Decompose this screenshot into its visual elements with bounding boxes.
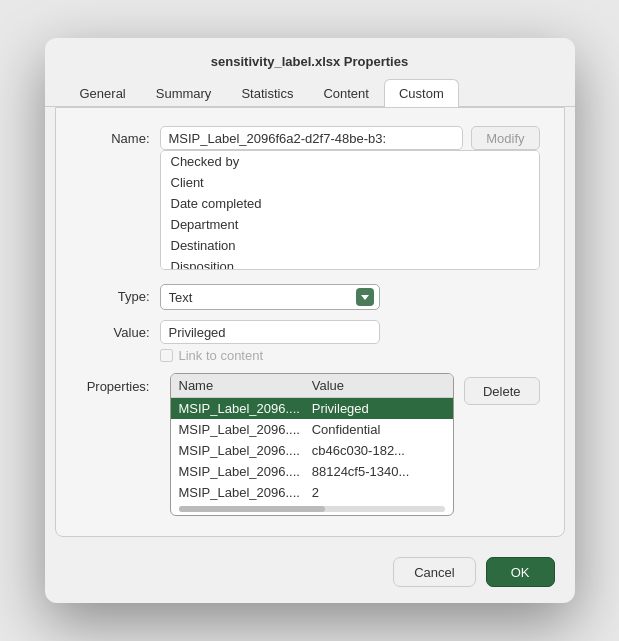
tab-general[interactable]: General: [65, 79, 141, 107]
name-label: Name:: [80, 126, 160, 146]
props-cell-value: 88124cf5-1340...: [312, 464, 445, 479]
value-field-row: Value: Link to content: [80, 320, 540, 363]
name-field-row: Name: Modify Checked by Client Date comp…: [80, 126, 540, 274]
table-row[interactable]: MSIP_Label_2096.... Confidential: [171, 419, 453, 440]
table-row[interactable]: MSIP_Label_2096.... Privileged: [171, 398, 453, 419]
properties-table: Name Value MSIP_Label_2096.... Privilege…: [170, 373, 454, 516]
tab-bar: General Summary Statistics Content Custo…: [45, 79, 575, 107]
tab-custom[interactable]: Custom: [384, 79, 459, 107]
properties-table-header: Name Value: [171, 374, 453, 398]
props-cell-name: MSIP_Label_2096....: [179, 401, 312, 416]
properties-dialog: sensitivity_label.xlsx Properties Genera…: [45, 38, 575, 603]
type-field-control: Text Date Number Yes or No: [160, 284, 540, 310]
props-cell-value: Confidential: [312, 422, 445, 437]
table-row[interactable]: MSIP_Label_2096.... 88124cf5-1340...: [171, 461, 453, 482]
dialog-title: sensitivity_label.xlsx Properties: [45, 38, 575, 79]
value-field-control: Link to content: [160, 320, 540, 363]
delete-button[interactable]: Delete: [464, 377, 540, 405]
horizontal-scrollbar[interactable]: [171, 503, 453, 515]
value-input[interactable]: [160, 320, 380, 344]
props-cell-value: 2: [312, 485, 445, 500]
tab-content-area: Name: Modify Checked by Client Date comp…: [55, 107, 565, 537]
type-field-row: Type: Text Date Number Yes or No: [80, 284, 540, 310]
props-cell-name: MSIP_Label_2096....: [179, 485, 312, 500]
list-item[interactable]: Date completed: [161, 193, 539, 214]
dialog-footer: Cancel OK: [45, 547, 575, 603]
table-row[interactable]: MSIP_Label_2096.... 2: [171, 482, 453, 503]
props-cell-value: cb46c030-182...: [312, 443, 445, 458]
props-cell-name: MSIP_Label_2096....: [179, 422, 312, 437]
props-cell-name: MSIP_Label_2096....: [179, 464, 312, 479]
col-header-name: Name: [179, 378, 312, 393]
name-field-control: Modify Checked by Client Date completed …: [160, 126, 540, 274]
type-select-wrapper: Text Date Number Yes or No: [160, 284, 380, 310]
cancel-button[interactable]: Cancel: [393, 557, 475, 587]
type-select[interactable]: Text Date Number Yes or No: [160, 284, 380, 310]
tab-statistics[interactable]: Statistics: [226, 79, 308, 107]
scroll-track: [179, 506, 445, 512]
properties-row: Properties: Name Value MSIP_Label_2096..…: [80, 373, 540, 516]
properties-table-wrapper: Name Value MSIP_Label_2096.... Privilege…: [170, 373, 454, 516]
list-item[interactable]: Checked by: [161, 151, 539, 172]
properties-actions: Delete: [464, 373, 540, 405]
link-to-content-row: Link to content: [160, 348, 540, 363]
col-header-value: Value: [312, 378, 445, 393]
list-item[interactable]: Client: [161, 172, 539, 193]
type-label: Type:: [80, 284, 160, 304]
list-item[interactable]: Department: [161, 214, 539, 235]
properties-label: Properties:: [80, 373, 160, 394]
name-row: Modify: [160, 126, 540, 150]
table-row[interactable]: MSIP_Label_2096.... cb46c030-182...: [171, 440, 453, 461]
modify-button[interactable]: Modify: [471, 126, 539, 150]
properties-table-body: MSIP_Label_2096.... Privileged MSIP_Labe…: [171, 398, 453, 503]
name-dropdown-list: Checked by Client Date completed Departm…: [160, 150, 540, 270]
props-cell-value: Privileged: [312, 401, 445, 416]
link-to-content-checkbox[interactable]: [160, 349, 173, 362]
list-item[interactable]: Disposition: [161, 256, 539, 270]
tab-summary[interactable]: Summary: [141, 79, 227, 107]
tab-content[interactable]: Content: [308, 79, 384, 107]
scroll-thumb: [179, 506, 326, 512]
link-to-content-label: Link to content: [179, 348, 264, 363]
props-cell-name: MSIP_Label_2096....: [179, 443, 312, 458]
name-dropdown-wrapper: Checked by Client Date completed Departm…: [160, 150, 540, 270]
ok-button[interactable]: OK: [486, 557, 555, 587]
name-input[interactable]: [160, 126, 464, 150]
value-label: Value:: [80, 320, 160, 340]
list-item[interactable]: Destination: [161, 235, 539, 256]
